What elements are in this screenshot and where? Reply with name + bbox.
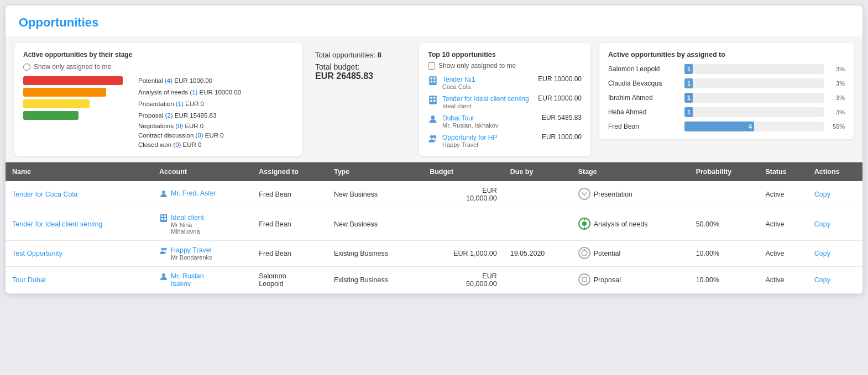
- table-row: Test Opportunity Happy Travel Mr Bondare…: [6, 241, 862, 267]
- svg-rect-16: [161, 215, 163, 217]
- account-sub: Mr NinaMihailovna: [171, 221, 204, 235]
- top10-item-info: Dubai Tour Mr, Ruslan, iskhakov: [442, 114, 537, 129]
- assigned-row: Ibrahim Ahmed 1 3%: [608, 93, 845, 103]
- stage-icon: [578, 218, 590, 231]
- account-link[interactable]: Mr. Fred. Aster: [171, 189, 216, 197]
- top10-item-link[interactable]: Opportunity for HP: [442, 134, 497, 141]
- svg-rect-18: [161, 218, 163, 220]
- stage-rows: Potential (4) EUR 1000.00 Analysis of ne…: [23, 76, 293, 148]
- account-icon: [159, 246, 168, 257]
- stage-row: Proposal (2) EUR 15485.83: [23, 111, 293, 120]
- assigned-name: Fred Bean: [608, 123, 680, 130]
- account-icon: [159, 272, 168, 283]
- account-sub: Mr Bondarenko: [171, 254, 212, 261]
- top10-show-assigned-checkbox[interactable]: [428, 62, 435, 70]
- copy-button[interactable]: Copy: [814, 250, 830, 257]
- stage-label: Closed won (0) EUR 0: [138, 141, 201, 148]
- top10-item-info: Opportunity for HP Happy Travel: [442, 133, 537, 148]
- top10-item-link[interactable]: Tender for Ideal client serving: [442, 95, 529, 103]
- top10-show-assigned-label: Show only assigned to me: [438, 62, 516, 70]
- stage-bar: [23, 88, 106, 97]
- stage-show-assigned-row: Show only assigned to me: [23, 63, 293, 71]
- assigned-count: 1: [687, 109, 691, 115]
- opportunity-name-link[interactable]: Tender for Coca Cola: [12, 191, 77, 198]
- type-cell: Existing Business: [327, 267, 423, 294]
- assigned-name: Salomon Leopold: [608, 65, 680, 73]
- assigned-bar-wrap: 4: [684, 122, 824, 131]
- account-icon: [159, 214, 168, 224]
- svg-rect-8: [431, 100, 432, 102]
- top10-item-link[interactable]: Tender №1: [442, 76, 475, 83]
- stage-icon: [578, 247, 590, 261]
- copy-button[interactable]: Copy: [814, 191, 830, 198]
- type-cell: New Business: [327, 181, 423, 208]
- assigned-pct: 3%: [828, 109, 845, 115]
- total-opps: Total opportunities: 8: [315, 51, 406, 59]
- assigned-bar-wrap: 1: [684, 107, 824, 117]
- svg-point-28: [162, 273, 165, 277]
- top10-item-icon: [428, 75, 438, 87]
- svg-point-29: [579, 274, 590, 285]
- svg-rect-17: [164, 215, 166, 217]
- assigned-bar-wrap: 1: [684, 78, 824, 88]
- stage-cell: Presentation: [572, 181, 689, 208]
- account-cell: Ideal client Mr NinaMihailovna: [153, 208, 252, 241]
- table-header: NameAccountAssigned toTypeBudgetDue bySt…: [6, 162, 862, 181]
- actions-cell: Copy: [808, 267, 862, 294]
- svg-point-12: [433, 135, 437, 139]
- stage-bar-wrap: [23, 76, 134, 85]
- opportunity-name-cell: Tour Dubai: [6, 267, 153, 294]
- stage-cell: Analysis of needs: [572, 208, 689, 241]
- budget-cell: EUR 1,000.00: [423, 241, 504, 267]
- stage-chart-card: Active opportunities by their stage Show…: [14, 43, 302, 156]
- top10-item-info: Tender for Ideal client serving Ideal cl…: [442, 94, 534, 109]
- table-header-cell: Type: [327, 162, 423, 181]
- top10-item-sub: Mr, Ruslan, iskhakov: [442, 122, 537, 129]
- assigned-bar-wrap: 1: [684, 64, 824, 74]
- svg-rect-7: [433, 97, 435, 98]
- svg-rect-4: [433, 81, 435, 82]
- stage-label: Potential (4) EUR 1000.00: [138, 77, 212, 84]
- copy-button[interactable]: Copy: [814, 276, 830, 284]
- svg-rect-3: [431, 81, 432, 82]
- table-body: Tender for Coca Cola Mr. Fred. Aster Fre…: [6, 181, 862, 294]
- due-by-cell: [504, 267, 572, 294]
- opportunity-name-link[interactable]: Tender for Ideal client serving: [12, 220, 102, 228]
- account-link[interactable]: Mr. RuslanIsakov: [171, 272, 204, 288]
- top10-item-sub: Coca Cola: [442, 83, 534, 90]
- assigned-bar-wrap: 1: [684, 93, 824, 103]
- stage-show-assigned-radio[interactable]: [23, 64, 30, 71]
- table-section: NameAccountAssigned toTypeBudgetDue bySt…: [6, 162, 862, 294]
- budget-cell: [423, 208, 504, 241]
- due-by-cell: 19.05.2020: [504, 241, 572, 267]
- stage-label: Analysis of needs (1) EUR 10000.00: [138, 89, 241, 96]
- assigned-pct: 3%: [828, 80, 845, 87]
- assigned-name: Claudia Bevacqua: [608, 80, 680, 87]
- top-section: Active opportunities by their stage Show…: [6, 36, 862, 162]
- stage-label: Proposal (2) EUR 15485.83: [138, 112, 216, 119]
- totals-card: Total opportunities: 8 Total budget: EUR…: [311, 43, 410, 89]
- table-row: Tender for Ideal client serving Ideal cl…: [6, 208, 862, 241]
- opportunity-name-link[interactable]: Test Opportunity: [12, 250, 62, 257]
- opportunity-name-link[interactable]: Tour Dubai: [12, 276, 45, 284]
- svg-rect-9: [433, 100, 435, 102]
- stage-row: Analysis of needs (1) EUR 10000.00: [23, 88, 293, 97]
- assigned-count: 1: [687, 94, 691, 101]
- svg-point-14: [579, 188, 590, 199]
- table-header-cell: Budget: [423, 162, 504, 181]
- assigned-count: 1: [687, 66, 691, 72]
- table-header-cell: Assigned to: [252, 162, 327, 181]
- top10-assigned-row: Show only assigned to me: [428, 62, 582, 70]
- account-icon: [159, 189, 168, 200]
- top10-item-amount: EUR 1000.00: [542, 133, 582, 141]
- stage-label: Negotiations (0) EUR 0: [138, 123, 203, 129]
- assigned-pct: 3%: [828, 94, 845, 101]
- account-link[interactable]: Ideal client: [171, 214, 204, 221]
- top10-item-link[interactable]: Dubai Tour: [442, 114, 474, 122]
- assigned-row: Claudia Bevacqua 1 3%: [608, 78, 845, 88]
- svg-rect-6: [431, 97, 432, 98]
- account-link[interactable]: Happy Travel: [171, 246, 212, 254]
- assigned-cell: SalomonLeopold: [252, 267, 327, 294]
- top10-card: Top 10 opportunities Show only assigned …: [419, 43, 590, 156]
- copy-button[interactable]: Copy: [814, 220, 830, 228]
